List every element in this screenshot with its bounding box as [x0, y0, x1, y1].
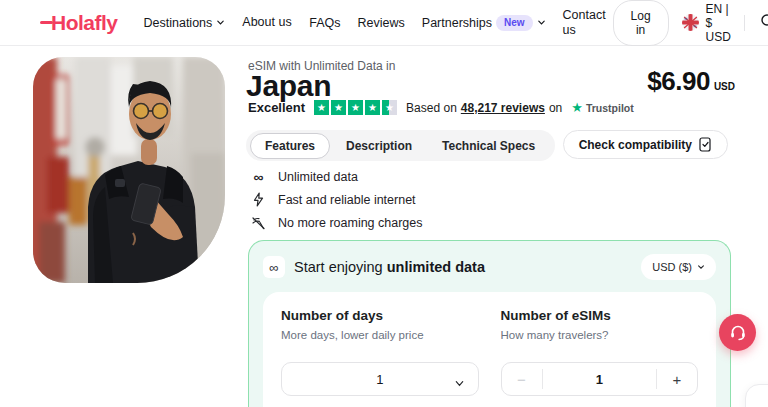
tab-features[interactable]: Features — [250, 133, 330, 159]
price-value: $6.90 — [647, 66, 710, 97]
nav-destinations[interactable]: Destinations — [144, 16, 226, 30]
star-icon: ★ — [314, 100, 329, 115]
page-title: Japan — [246, 69, 331, 103]
trustpilot-wordmark: Trustpilot — [586, 102, 634, 114]
tab-technical-specs[interactable]: Technical Specs — [428, 133, 549, 159]
phone-check-icon — [699, 137, 712, 152]
no-roaming-icon — [250, 216, 267, 230]
chevron-down-icon — [697, 263, 705, 271]
hero-photo-traveler — [33, 57, 225, 283]
header-right-controls: Log in EN | $ USD — [613, 0, 768, 46]
esims-label: Number of eSIMs — [501, 308, 699, 323]
login-button[interactable]: Log in — [613, 0, 669, 46]
infinity-badge-icon: ∞ — [263, 256, 285, 278]
trustpilot-logo[interactable]: ★ Trustpilot — [571, 101, 634, 114]
rating-label: Excellent — [248, 100, 305, 115]
tab-description[interactable]: Description — [332, 133, 426, 159]
star-icon: ★ — [348, 100, 363, 115]
price-block: $6.90 USD — [647, 66, 735, 97]
trustpilot-stars: ★ ★ ★ ★ ★ — [314, 100, 397, 115]
corner-widget-partial[interactable] — [745, 384, 768, 407]
reviews-text: Based on 48,217 reviews on — [406, 101, 562, 115]
header-divider — [744, 15, 745, 31]
days-select[interactable]: 1 — [281, 362, 479, 396]
check-compatibility-button[interactable]: Check compatibility — [563, 130, 728, 159]
star-icon: ★ — [365, 100, 380, 115]
currency-dropdown-value: USD ($) — [652, 261, 692, 273]
top-navigation-bar: Holafly Destinations About us FAQs Revie… — [0, 0, 768, 46]
locale-label: EN | $ USD — [706, 2, 732, 44]
infinity-icon: ∞ — [250, 170, 267, 184]
purchase-card-header: ∞ Start enjoying unlimited data USD ($) — [249, 241, 730, 292]
days-column: Number of days More days, lower daily pr… — [281, 308, 479, 396]
esims-hint: How many travelers? — [501, 329, 699, 341]
days-select-value: 1 — [282, 372, 478, 387]
esims-column: Number of eSIMs How many travelers? − 1 … — [501, 308, 699, 396]
trustpilot-star-icon: ★ — [571, 101, 583, 114]
decrease-esims-button[interactable]: − — [502, 363, 542, 395]
feature-no-roaming: No more roaming charges — [250, 215, 423, 230]
lightning-icon — [250, 192, 267, 207]
increase-esims-button[interactable]: + — [657, 363, 697, 395]
reviews-suffix: on — [549, 101, 562, 115]
logo-wordmark: Holafly — [51, 11, 118, 35]
title-normal: Start enjoying — [294, 259, 387, 275]
nav-partnerships[interactable]: Partnerships New — [422, 15, 546, 31]
esims-count-value: 1 — [543, 372, 657, 387]
feature-unlimited-data: ∞ Unlimited data — [250, 169, 423, 184]
check-compatibility-label: Check compatibility — [579, 138, 692, 152]
esims-stepper: − 1 + — [501, 362, 699, 396]
chevron-down-icon — [454, 375, 465, 393]
nav-destinations-label: Destinations — [144, 16, 213, 30]
nav-partnerships-label: Partnerships — [422, 16, 492, 30]
headset-icon — [729, 324, 747, 341]
trustpilot-rating-row: Excellent ★ ★ ★ ★ ★ Based on 48,217 revi… — [248, 100, 634, 115]
star-icon: ★ — [331, 100, 346, 115]
currency-dropdown[interactable]: USD ($) — [641, 254, 716, 280]
new-badge: New — [496, 15, 533, 31]
nav-contact-us[interactable]: Contact us — [563, 8, 613, 37]
main-nav: Destinations About us FAQs Reviews Partn… — [144, 8, 613, 37]
language-currency-selector[interactable]: EN | $ USD — [682, 2, 732, 44]
nav-about-us[interactable]: About us — [242, 15, 292, 29]
support-chat-button[interactable] — [719, 314, 756, 351]
chevron-down-icon — [537, 18, 546, 27]
feature-list: ∞ Unlimited data Fast and reliable inter… — [250, 169, 423, 230]
holafly-logo[interactable]: Holafly — [40, 11, 118, 35]
purchase-card: ∞ Start enjoying unlimited data USD ($) … — [248, 240, 731, 407]
chevron-down-icon — [216, 18, 225, 27]
purchase-card-title: Start enjoying unlimited data — [294, 259, 485, 275]
selector-panel: Number of days More days, lower daily pr… — [263, 292, 716, 407]
half-star-icon: ★ — [382, 100, 397, 115]
title-bold: unlimited data — [387, 259, 485, 275]
holafly-product-page: Holafly Destinations About us FAQs Revie… — [0, 0, 768, 407]
reviews-prefix: Based on — [406, 101, 457, 115]
feature-fast-internet: Fast and reliable internet — [250, 192, 423, 207]
product-tabs: Features Description Technical Specs — [246, 130, 555, 161]
nav-faqs[interactable]: FAQs — [309, 16, 340, 30]
reviews-count-link[interactable]: 48,217 reviews — [461, 101, 545, 115]
price-currency: USD — [714, 81, 735, 92]
search-button[interactable] — [758, 11, 768, 34]
days-label: Number of days — [281, 308, 479, 323]
feature-label: Unlimited data — [278, 170, 358, 184]
uk-flag-icon — [682, 14, 699, 31]
feature-label: Fast and reliable internet — [278, 193, 416, 207]
days-hint: More days, lower daily price — [281, 329, 479, 341]
search-icon — [760, 13, 768, 29]
feature-label: No more roaming charges — [278, 216, 423, 230]
nav-reviews[interactable]: Reviews — [358, 16, 405, 30]
